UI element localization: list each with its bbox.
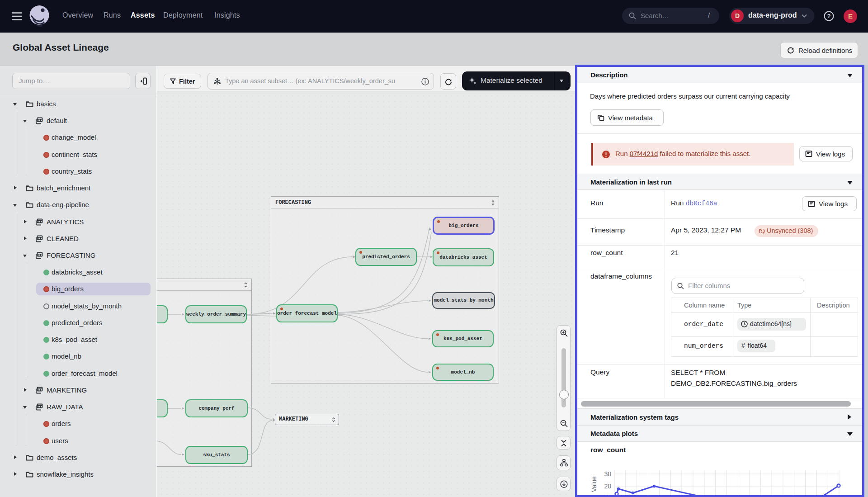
svg-text:?: ? — [827, 13, 831, 19]
svg-text:Value: Value — [590, 476, 598, 492]
svg-text:20: 20 — [604, 483, 611, 490]
svg-text:10: 10 — [604, 493, 611, 497]
svg-text:30: 30 — [604, 470, 611, 478]
